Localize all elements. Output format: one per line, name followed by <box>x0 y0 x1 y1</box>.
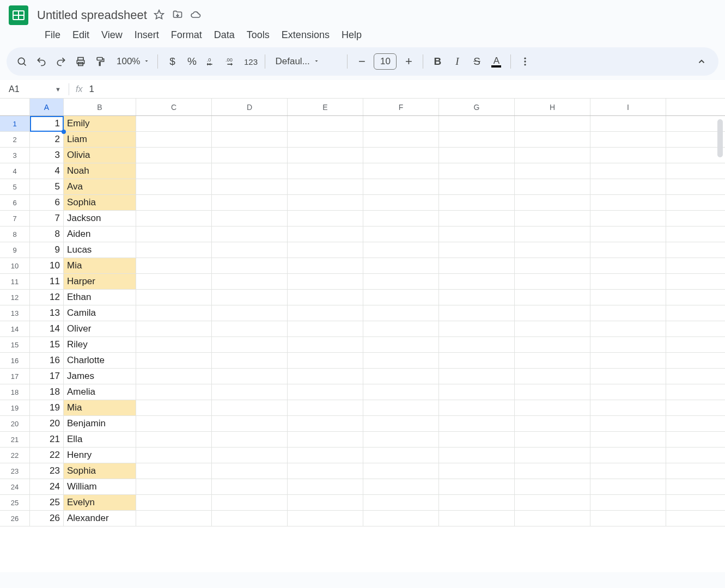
cell[interactable] <box>515 432 590 447</box>
cell[interactable] <box>288 495 363 510</box>
cell[interactable] <box>363 132 439 147</box>
cell[interactable] <box>363 211 439 226</box>
cell[interactable] <box>439 495 515 510</box>
cell[interactable] <box>590 337 666 352</box>
cell[interactable] <box>288 148 363 163</box>
cell[interactable] <box>590 511 666 526</box>
cell[interactable] <box>439 400 515 415</box>
fill-handle[interactable] <box>62 130 66 134</box>
cell[interactable] <box>590 479 666 494</box>
cell[interactable]: Mia <box>64 400 136 415</box>
cell[interactable] <box>590 321 666 336</box>
cell[interactable] <box>590 195 666 210</box>
cell[interactable] <box>288 400 363 415</box>
cell[interactable] <box>439 195 515 210</box>
cell[interactable] <box>515 463 590 479</box>
cell[interactable] <box>288 463 363 479</box>
currency-button[interactable]: $ <box>163 52 181 71</box>
cell[interactable] <box>288 305 363 321</box>
formula-bar-input[interactable]: 1 <box>89 84 94 95</box>
column-header-G[interactable]: G <box>439 99 515 115</box>
row-header[interactable]: 17 <box>0 369 29 384</box>
cell[interactable] <box>288 179 363 194</box>
cell[interactable] <box>439 432 515 447</box>
cell[interactable] <box>515 116 590 131</box>
cell[interactable] <box>212 321 288 336</box>
cell[interactable] <box>515 479 590 494</box>
cell[interactable] <box>136 116 212 131</box>
cell[interactable] <box>212 305 288 321</box>
cell[interactable] <box>363 448 439 463</box>
cell[interactable] <box>439 463 515 479</box>
column-header-H[interactable]: H <box>515 99 590 115</box>
cell[interactable] <box>439 258 515 273</box>
cell[interactable] <box>212 179 288 194</box>
cell[interactable] <box>136 163 212 179</box>
bold-button[interactable]: B <box>429 52 446 71</box>
cell[interactable] <box>136 148 212 163</box>
cell[interactable] <box>212 463 288 479</box>
cell[interactable] <box>136 432 212 447</box>
menu-insert[interactable]: Insert <box>129 27 165 43</box>
cell[interactable]: 26 <box>30 511 64 526</box>
cell[interactable] <box>439 179 515 194</box>
font-select[interactable]: Defaul... <box>275 56 309 67</box>
cell[interactable]: 2 <box>30 132 64 147</box>
menu-format[interactable]: Format <box>166 27 208 43</box>
cell[interactable] <box>212 479 288 494</box>
cell[interactable] <box>439 242 515 258</box>
cell[interactable] <box>288 258 363 273</box>
cell[interactable] <box>136 384 212 400</box>
cell[interactable] <box>212 132 288 147</box>
cell[interactable]: Jackson <box>64 211 136 226</box>
cell[interactable] <box>363 369 439 384</box>
cell[interactable] <box>590 384 666 400</box>
increase-decimal-button[interactable]: .00 <box>222 52 240 71</box>
decrease-font-size-button[interactable]: − <box>353 52 370 71</box>
cell[interactable] <box>515 321 590 336</box>
row-header[interactable]: 18 <box>0 384 29 400</box>
cell[interactable] <box>212 432 288 447</box>
menu-extensions[interactable]: Extensions <box>276 27 335 43</box>
cell[interactable] <box>363 337 439 352</box>
cell[interactable] <box>439 163 515 179</box>
column-header-I[interactable]: I <box>590 99 666 115</box>
search-icon[interactable] <box>13 52 31 71</box>
cell[interactable] <box>363 495 439 510</box>
cell[interactable] <box>363 305 439 321</box>
cell[interactable]: Riley <box>64 337 136 352</box>
cell[interactable]: 17 <box>30 369 64 384</box>
print-button[interactable] <box>72 52 89 71</box>
row-header[interactable]: 4 <box>0 163 29 179</box>
cell[interactable] <box>515 195 590 210</box>
cell[interactable] <box>439 305 515 321</box>
cell[interactable] <box>136 369 212 384</box>
cell[interactable] <box>439 448 515 463</box>
vertical-scrollbar[interactable] <box>717 119 723 157</box>
cell[interactable] <box>515 400 590 415</box>
cell[interactable] <box>212 400 288 415</box>
cell[interactable] <box>515 353 590 368</box>
undo-button[interactable] <box>33 52 50 71</box>
row-header[interactable]: 16 <box>0 353 29 369</box>
cell[interactable] <box>363 163 439 179</box>
row-header[interactable]: 23 <box>0 463 29 479</box>
cell[interactable] <box>439 321 515 336</box>
cell[interactable]: Lucas <box>64 242 136 258</box>
cell[interactable]: Henry <box>64 448 136 463</box>
cell[interactable] <box>288 479 363 494</box>
cell[interactable] <box>363 321 439 336</box>
redo-button[interactable] <box>52 52 70 71</box>
cell[interactable]: Benjamin <box>64 416 136 431</box>
cell[interactable] <box>212 511 288 526</box>
cell[interactable] <box>136 195 212 210</box>
cell[interactable] <box>590 242 666 258</box>
menu-data[interactable]: Data <box>209 27 240 43</box>
cell[interactable] <box>515 448 590 463</box>
cell[interactable] <box>363 353 439 368</box>
cell[interactable] <box>439 116 515 131</box>
cell[interactable] <box>515 495 590 510</box>
cell[interactable]: 11 <box>30 274 64 289</box>
font-dropdown-icon[interactable] <box>313 57 320 66</box>
cell[interactable] <box>515 369 590 384</box>
